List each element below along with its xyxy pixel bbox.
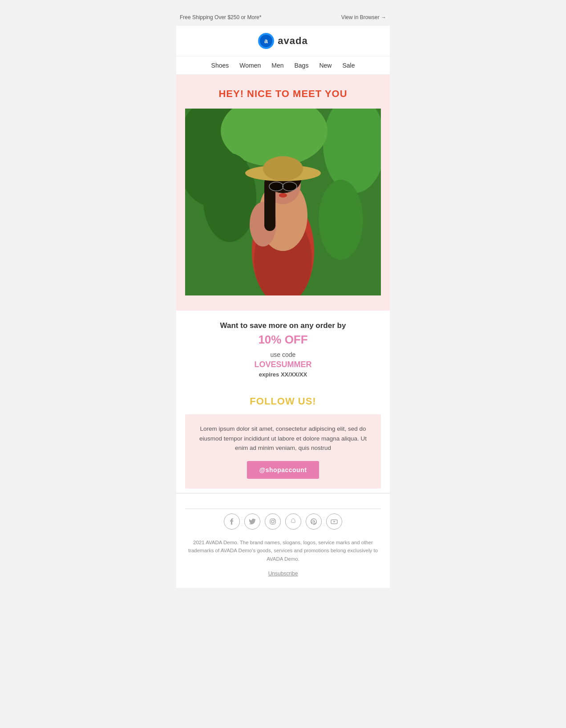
svg-point-8: [319, 180, 363, 260]
unsubscribe-link[interactable]: Unsubscribe: [268, 570, 298, 577]
facebook-icon[interactable]: [224, 514, 240, 530]
brand-name: avada: [278, 35, 307, 47]
svg-point-21: [279, 193, 287, 198]
instagram-icon[interactable]: [265, 514, 281, 530]
svg-text:a: a: [264, 37, 268, 44]
expiry-text: expires XX/XX/XX: [185, 371, 381, 378]
hero-image-container: [185, 109, 381, 297]
discount-text: 10% OFF: [185, 333, 381, 347]
nav-new[interactable]: New: [319, 62, 332, 69]
social-icons-row: [185, 514, 381, 530]
twitter-icon[interactable]: [244, 514, 260, 530]
avada-logo-icon: a: [258, 33, 274, 49]
svg-point-19: [283, 182, 297, 191]
svg-marker-26: [334, 521, 336, 523]
svg-point-24: [274, 519, 275, 520]
hero-heading: HEY! NICE TO MEET YOU: [185, 88, 381, 100]
footer: 2021 AVADA Demo. The brand names, slogan…: [176, 493, 390, 588]
view-browser-link[interactable]: View in Browser →: [341, 14, 386, 20]
follow-section: FOLLOW US! Lorem ipsum dolor sit amet, c…: [176, 391, 390, 493]
hero-image: [185, 109, 381, 295]
youtube-icon[interactable]: [326, 514, 342, 530]
nav-sale[interactable]: Sale: [342, 62, 355, 69]
nav-bags[interactable]: Bags: [294, 62, 308, 69]
use-code-label: use code: [185, 351, 381, 358]
pinterest-icon[interactable]: [306, 514, 322, 530]
follow-box: Lorem ipsum dolor sit amet, consectetur …: [185, 414, 381, 489]
nav-men[interactable]: Men: [271, 62, 283, 69]
snapchat-icon[interactable]: [285, 514, 301, 530]
logo-container: a avada: [258, 33, 307, 49]
svg-point-7: [203, 153, 256, 242]
nav-women[interactable]: Women: [239, 62, 261, 69]
nav-shoes[interactable]: Shoes: [211, 62, 229, 69]
follow-heading: FOLLOW US!: [185, 396, 381, 407]
save-text: Want to save more on any order by: [185, 321, 381, 330]
nav-row: Shoes Women Men Bags New Sale: [176, 57, 390, 75]
promo-code: LOVESUMMER: [185, 360, 381, 369]
svg-point-23: [271, 520, 274, 523]
svg-point-17: [263, 156, 303, 181]
follow-description: Lorem ipsum dolor sit amet, consectetur …: [193, 424, 373, 453]
offer-section: Want to save more on any order by 10% OF…: [176, 311, 390, 391]
footer-legal-text: 2021 AVADA Demo. The brand names, slogan…: [185, 538, 381, 563]
shipping-notice: Free Shipping Over $250 or More*: [180, 14, 261, 20]
hero-section: HEY! NICE TO MEET YOU: [176, 75, 390, 311]
shop-account-button[interactable]: @shopaccount: [247, 461, 319, 479]
email-container: Free Shipping Over $250 or More* View in…: [176, 9, 390, 719]
footer-divider: [185, 509, 381, 509]
svg-point-18: [269, 182, 283, 191]
logo-row: a avada: [176, 26, 390, 57]
top-bar: Free Shipping Over $250 or More* View in…: [176, 9, 390, 26]
